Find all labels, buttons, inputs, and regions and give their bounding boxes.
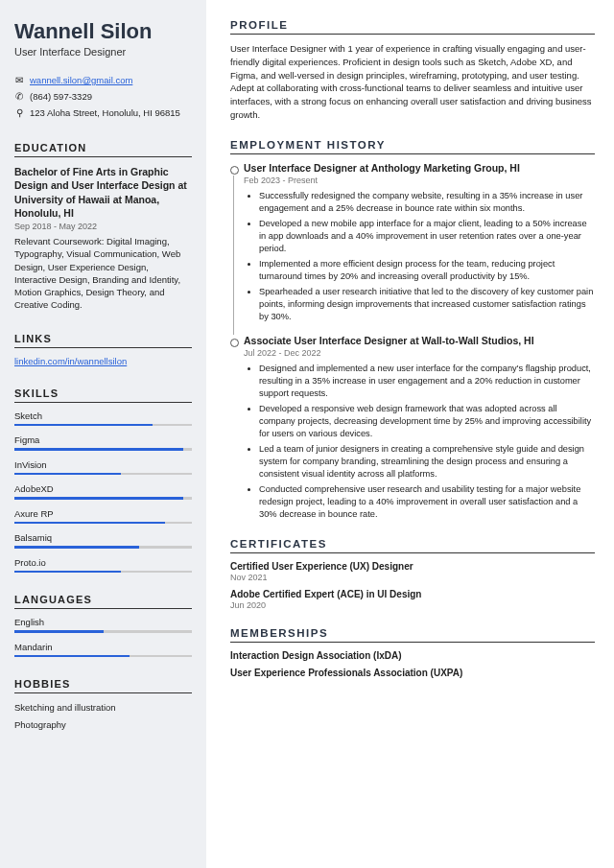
phone-icon: ✆ xyxy=(14,88,24,105)
email-icon: ✉ xyxy=(14,72,24,88)
contact-block: ✉wannell.silon@gmail.com ✆(864) 597-3329… xyxy=(14,72,192,121)
skill-bar xyxy=(14,522,192,525)
language-item: Mandarin xyxy=(14,642,192,658)
certificate-item: Adobe Certified Expert (ACE) in UI Desig… xyxy=(230,589,595,610)
skill-name: AdobeXD xyxy=(14,483,192,494)
languages-section: LANGUAGES English Mandarin xyxy=(14,594,192,657)
section-heading: LINKS xyxy=(14,333,192,348)
linkedin-link[interactable]: linkedin.com/in/wannellsilon xyxy=(14,356,127,366)
section-heading: LANGUAGES xyxy=(14,594,192,609)
section-heading: CERTIFICATES xyxy=(230,538,595,553)
phone-text: (864) 597-3329 xyxy=(30,88,92,105)
job-bullets: Successfully redesigned the company webs… xyxy=(244,190,595,323)
address-text: 123 Aloha Street, Honolulu, HI 96815 xyxy=(30,105,180,121)
skill-item: Proto.io xyxy=(14,557,192,574)
skill-name: Figma xyxy=(14,434,192,445)
person-name: Wannell Silon xyxy=(14,19,192,44)
degree-title: Bachelor of Fine Arts in Graphic Design … xyxy=(14,165,192,220)
skill-bar xyxy=(14,448,192,451)
skill-item: InVision xyxy=(14,459,192,476)
certificates-section: CERTIFICATES Certified User Experience (… xyxy=(230,538,595,610)
language-item: English xyxy=(14,617,192,633)
job-title: User Interface Designer at Anthology Mar… xyxy=(244,162,595,174)
education-section: EDUCATION Bachelor of Fine Arts in Graph… xyxy=(14,142,192,311)
skills-section: SKILLS Sketch Figma InVision AdobeXD Axu… xyxy=(14,387,192,574)
section-heading: MEMBERSHIPS xyxy=(230,627,595,643)
job-dates: Jul 2022 - Dec 2022 xyxy=(244,348,595,358)
section-heading: PROFILE xyxy=(230,19,595,35)
sidebar: Wannell Silon User Interface Designer ✉w… xyxy=(0,0,206,868)
job-entry: Associate User Interface Designer at Wal… xyxy=(230,335,595,521)
skill-item: AdobeXD xyxy=(14,483,192,500)
certificate-title: Certified User Experience (UX) Designer xyxy=(230,561,595,572)
section-heading: HOBBIES xyxy=(14,678,192,693)
job-bullet: Led a team of junior designers in creati… xyxy=(259,443,595,481)
job-bullet: Developed a responsive web design framew… xyxy=(259,403,595,440)
education-dates: Sep 2018 - May 2022 xyxy=(14,222,192,231)
job-entry: User Interface Designer at Anthology Mar… xyxy=(230,162,595,323)
employment-section: EMPLOYMENT HISTORY User Interface Design… xyxy=(230,139,595,521)
skill-name: English xyxy=(14,617,192,627)
skill-item: Sketch xyxy=(14,411,192,427)
section-heading: EMPLOYMENT HISTORY xyxy=(230,139,595,154)
skill-bar xyxy=(14,630,192,633)
skill-name: Proto.io xyxy=(14,557,192,568)
email-link[interactable]: wannell.silon@gmail.com xyxy=(30,72,132,88)
skill-bar xyxy=(14,655,192,658)
job-dates: Feb 2023 - Present xyxy=(244,176,595,185)
skill-name: Balsamiq xyxy=(14,532,192,543)
job-bullet: Implemented a more efficient design proc… xyxy=(259,258,595,283)
profile-text: User Interface Designer with 1 year of e… xyxy=(230,42,595,122)
location-icon: ⚲ xyxy=(14,105,24,121)
job-title: Associate User Interface Designer at Wal… xyxy=(244,335,595,346)
certificate-item: Certified User Experience (UX) Designer … xyxy=(230,561,595,582)
section-heading: EDUCATION xyxy=(14,142,192,157)
skill-item: Axure RP xyxy=(14,508,192,525)
certificate-date: Nov 2021 xyxy=(230,573,595,582)
job-bullet: Spearheaded a user research initiative t… xyxy=(259,286,595,323)
skill-item: Balsamiq xyxy=(14,532,192,549)
job-bullets: Designed and implemented a new user inte… xyxy=(244,363,595,521)
skill-bar xyxy=(14,546,192,549)
links-section: LINKS linkedin.com/in/wannellsilon xyxy=(14,333,192,366)
skill-bar xyxy=(14,497,192,500)
profile-section: PROFILE User Interface Designer with 1 y… xyxy=(230,19,595,122)
skill-bar xyxy=(14,473,192,476)
job-bullet: Developed a new mobile app interface for… xyxy=(259,218,595,255)
skill-bar xyxy=(14,571,192,574)
hobbies-section: HOBBIES Sketching and illustrationPhotog… xyxy=(14,678,192,731)
coursework-text: Relevant Coursework: Digital Imaging, Ty… xyxy=(14,235,192,312)
job-bullet: Conducted comprehensive user research an… xyxy=(259,483,595,521)
hobby-item: Photography xyxy=(14,718,192,731)
certificate-title: Adobe Certified Expert (ACE) in UI Desig… xyxy=(230,589,595,599)
skill-name: InVision xyxy=(14,459,192,470)
main-content: PROFILE User Interface Designer with 1 y… xyxy=(206,0,614,868)
skill-bar xyxy=(14,424,192,427)
skill-name: Sketch xyxy=(14,411,192,421)
section-heading: SKILLS xyxy=(14,387,192,403)
skill-name: Axure RP xyxy=(14,508,192,519)
job-bullet: Designed and implemented a new user inte… xyxy=(259,363,595,400)
membership-item: User Experience Professionals Associatio… xyxy=(230,668,595,678)
membership-item: Interaction Design Association (IxDA) xyxy=(230,650,595,661)
certificate-date: Jun 2020 xyxy=(230,600,595,610)
skill-name: Mandarin xyxy=(14,642,192,652)
hobby-item: Sketching and illustration xyxy=(14,701,192,714)
job-bullet: Successfully redesigned the company webs… xyxy=(259,190,595,215)
skill-item: Figma xyxy=(14,434,192,451)
memberships-section: MEMBERSHIPS Interaction Design Associati… xyxy=(230,627,595,678)
job-title: User Interface Designer xyxy=(14,46,192,58)
